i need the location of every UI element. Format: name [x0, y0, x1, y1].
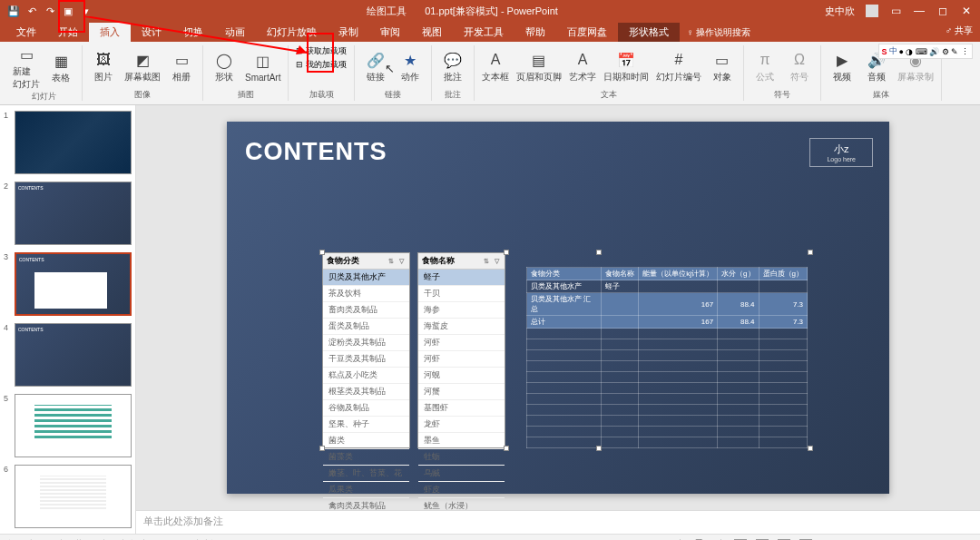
- picture-button[interactable]: 🖼图片: [90, 51, 117, 83]
- pivot-row[interactable]: 贝类及其他水产蛏子: [527, 280, 808, 293]
- object-button[interactable]: ▭对象: [709, 51, 736, 83]
- tab-animation[interactable]: 动画: [214, 23, 256, 42]
- pivot-col[interactable]: 食物分类: [527, 268, 602, 280]
- pivot-row[interactable]: [527, 329, 808, 339]
- slicer-item[interactable]: 乌贼: [418, 466, 505, 482]
- album-button[interactable]: ▭相册: [168, 51, 195, 83]
- datetime-button[interactable]: 📅日期和时间: [603, 51, 649, 83]
- slicer-item[interactable]: 瓜果类: [323, 482, 409, 498]
- close-icon[interactable]: ✕: [960, 5, 973, 17]
- thumb-6[interactable]: 6: [4, 465, 132, 528]
- tab-file[interactable]: 文件: [5, 23, 47, 42]
- slicer-item[interactable]: 菌类: [323, 433, 409, 449]
- pivot-row[interactable]: [527, 383, 808, 394]
- slide-viewport[interactable]: CONTENTS 小z Logo here 食物分类⇅ ▽ 贝类及其他水产茶及饮…: [136, 105, 980, 510]
- video-button[interactable]: ▶视频: [828, 51, 856, 83]
- tab-home[interactable]: 开始: [47, 23, 89, 42]
- slicer-item[interactable]: 河蚬: [418, 368, 505, 384]
- slicer-item[interactable]: 畜肉类及制品: [323, 302, 409, 319]
- slicer-item[interactable]: 龙虾: [418, 417, 505, 433]
- thumb-3[interactable]: 3CONTENTS: [4, 252, 132, 316]
- link-button[interactable]: 🔗链接: [362, 51, 389, 83]
- tab-review[interactable]: 审阅: [369, 23, 411, 42]
- slicer-item[interactable]: 坚果、种子: [323, 417, 409, 433]
- slicer-item[interactable]: 菌藻类: [323, 449, 409, 466]
- slicer-item[interactable]: 糕点及小吃类: [323, 368, 409, 384]
- my-addins-button[interactable]: ⊟ 我的加载项: [296, 59, 347, 71]
- tab-shape-format[interactable]: 形状格式: [618, 23, 680, 42]
- pivot-row[interactable]: [527, 427, 808, 437]
- redo-icon[interactable]: ↷: [44, 5, 56, 17]
- slicer-filter-icons[interactable]: ⇅ ▽: [388, 258, 406, 265]
- tab-insert[interactable]: 插入: [89, 23, 131, 42]
- pivot-row[interactable]: [527, 416, 808, 427]
- slicer-item[interactable]: 鱿鱼（水浸）: [418, 498, 505, 510]
- pivot-row[interactable]: [527, 394, 808, 405]
- pivot-row[interactable]: [527, 361, 808, 372]
- slicer-item[interactable]: 禽肉类及其制品: [323, 498, 409, 510]
- slicer-item[interactable]: 茶及饮料: [323, 286, 409, 302]
- slide-thumbnail-panel[interactable]: 1 2CONTENTS 3CONTENTS 4CONTENTS 5 6: [0, 105, 136, 534]
- slidenum-button[interactable]: #幻灯片编号: [656, 51, 701, 83]
- slicer-item[interactable]: 蛏子: [418, 270, 505, 286]
- slicer-item[interactable]: 海蜇皮: [418, 319, 505, 335]
- slicer-filter-icons[interactable]: ⇅ ▽: [484, 258, 501, 265]
- thumb-5[interactable]: 5: [4, 394, 132, 457]
- pivot-table[interactable]: 食物分类 食物名称 能量（以单位kj计算） 水分（g） 蛋白质（g） 贝类及其他…: [526, 267, 808, 448]
- thumb-2[interactable]: 2CONTENTS: [4, 182, 132, 245]
- tab-baidu[interactable]: 百度网盘: [556, 23, 618, 42]
- slicer-item[interactable]: 基围虾: [418, 400, 505, 417]
- slicer-item[interactable]: 根茎类及其制品: [323, 384, 409, 400]
- slicer-item[interactable]: 嫩茎、叶、苔菜、花: [323, 466, 409, 482]
- slicer-item[interactable]: 河虾: [418, 335, 505, 351]
- slicer-food-category[interactable]: 食物分类⇅ ▽ 贝类及其他水产茶及饮料畜肉类及制品蛋类及制品淀粉类及其制品干豆类…: [322, 252, 410, 448]
- pivot-row[interactable]: [527, 372, 808, 383]
- headerfooter-button[interactable]: ▤页眉和页脚: [516, 51, 562, 83]
- pivot-col[interactable]: 能量（以单位kj计算）: [639, 268, 718, 280]
- slicer-item[interactable]: 河虾: [418, 351, 505, 368]
- tab-view[interactable]: 视图: [411, 23, 453, 42]
- slicer-item[interactable]: 牡蛎: [418, 449, 505, 466]
- pivot-row[interactable]: [527, 350, 808, 361]
- new-slide-button[interactable]: ▭新建 幻灯片: [13, 45, 40, 91]
- slicer-item[interactable]: 干贝: [418, 286, 505, 302]
- comment-button[interactable]: 💬批注: [439, 51, 466, 83]
- pivot-row[interactable]: [527, 339, 808, 350]
- textbox-button[interactable]: A文本框: [482, 51, 509, 83]
- maximize-icon[interactable]: ◻: [936, 5, 949, 17]
- wordart-button[interactable]: A艺术字: [569, 51, 596, 83]
- present-icon[interactable]: ▣: [62, 5, 74, 17]
- smartart-button[interactable]: ◫SmartArt: [245, 53, 280, 83]
- slicer-item[interactable]: 贝类及其他水产: [323, 270, 409, 286]
- tab-design[interactable]: 设计: [131, 23, 172, 42]
- pivot-col[interactable]: 水分（g）: [718, 268, 759, 280]
- pivot-row[interactable]: 总计16788.47.3: [527, 316, 808, 329]
- get-addins-button[interactable]: ⊞ 获取加载项: [296, 45, 347, 57]
- slicer-item[interactable]: 墨鱼: [418, 433, 505, 449]
- thumb-4[interactable]: 4CONTENTS: [4, 323, 132, 387]
- pivot-row[interactable]: 贝类及其他水产 汇总16788.47.3: [527, 293, 808, 316]
- slicer-item[interactable]: 干豆类及其制品: [323, 351, 409, 368]
- ribbon-options-icon[interactable]: ▭: [889, 5, 902, 17]
- share-button[interactable]: ♂ 共享: [946, 25, 973, 37]
- symbol-button[interactable]: Ω符号: [786, 51, 813, 83]
- slicer-item[interactable]: 河蟹: [418, 384, 505, 400]
- pivot-row[interactable]: [527, 437, 808, 448]
- tell-me-search[interactable]: ♀ 操作说明搜索: [680, 24, 758, 42]
- tab-slideshow[interactable]: 幻灯片放映: [256, 23, 328, 42]
- action-button[interactable]: ★动作: [397, 51, 424, 83]
- avatar-icon[interactable]: [866, 5, 878, 17]
- table-button[interactable]: ▦表格: [47, 52, 74, 84]
- qat-more-icon[interactable]: ▾: [80, 5, 93, 17]
- slicer-item[interactable]: 虾皮: [418, 482, 505, 498]
- pivot-col[interactable]: 蛋白质（g）: [759, 268, 807, 280]
- slicer-item[interactable]: 谷物及制品: [323, 400, 409, 417]
- slicer-item[interactable]: 海参: [418, 302, 505, 319]
- slicer-item[interactable]: 蛋类及制品: [323, 319, 409, 335]
- tab-record[interactable]: 录制: [328, 23, 369, 42]
- tab-help[interactable]: 帮助: [514, 23, 556, 42]
- thumb-1[interactable]: 1: [4, 111, 132, 174]
- minimize-icon[interactable]: —: [913, 5, 926, 17]
- save-icon[interactable]: 💾: [7, 5, 20, 17]
- screenshot-button[interactable]: ◩屏幕截图: [124, 51, 161, 83]
